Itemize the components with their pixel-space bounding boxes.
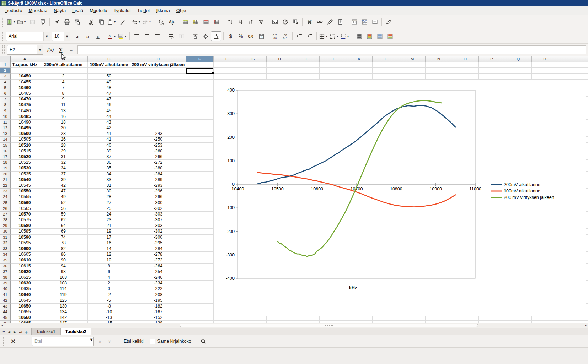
cell-B43[interactable]: 130 [39,304,88,309]
cell-A8[interactable]: 10475 [11,102,39,108]
cell-C25[interactable]: 27 [88,200,130,206]
email-document-button[interactable] [52,17,62,27]
cell-A19[interactable]: 10530 [11,165,39,171]
cell-D1[interactable]: 200 mV virityksen jälkeen [130,62,186,68]
cell-G3[interactable] [240,74,267,79]
cell-B39[interactable]: 108 [39,281,88,286]
text-box-button[interactable] [325,17,335,27]
cell-C11[interactable]: 43 [88,120,130,125]
cell-D28[interactable]: -307 [130,217,186,223]
cell-A42[interactable]: 10645 [11,298,39,304]
cell-D42[interactable]: -195 [130,298,186,304]
cell-A41[interactable]: 10640 [11,292,39,298]
cell-A18[interactable]: 10525 [11,160,39,165]
cell-A30[interactable]: 10585 [11,229,39,234]
cell-B21[interactable]: 39 [39,177,88,183]
cell-C30[interactable]: 19 [88,229,130,234]
find-previous-icon[interactable]: ∧ [96,339,103,344]
spelling-button[interactable]: Ab [166,17,176,27]
cell-B7[interactable]: 9 [39,97,88,102]
cell-B10[interactable]: 16 [39,114,88,120]
cell-A28[interactable]: 10575 [11,217,39,223]
cell-partial[interactable] [558,62,588,68]
insert-image-button[interactable] [270,17,280,27]
row-header-1[interactable]: 1 [0,62,11,68]
cell-E19[interactable] [186,165,214,171]
cell-B16[interactable]: 29 [39,148,88,154]
cell-C2[interactable] [88,68,130,74]
row-header-44[interactable]: 44 [0,309,11,315]
cell-D23[interactable]: -296 [130,189,186,194]
cell-A9[interactable]: 10480 [11,108,39,114]
row-header-12[interactable]: 12 [0,125,11,131]
next-sheet-icon[interactable]: ▶ [12,329,17,335]
cell-E3[interactable] [186,74,214,79]
cell-D30[interactable]: -302 [130,229,186,234]
cell-N2[interactable] [426,68,452,74]
cell-C33[interactable]: 14 [88,246,130,252]
cell-E24[interactable] [186,194,214,200]
menu-ohje[interactable]: Ohje [173,7,189,14]
delete-decimal-button[interactable]: .000↵ [280,32,290,41]
cell-R3[interactable] [532,74,558,79]
cell-E23[interactable] [186,189,214,194]
row-header-26[interactable]: 26 [0,206,11,212]
cell-B44[interactable]: 134 [39,309,88,315]
cell-B25[interactable]: 52 [39,200,88,206]
cell-E26[interactable] [186,206,214,212]
cell-E18[interactable] [186,160,214,165]
cell-E12[interactable] [186,125,214,131]
cell-C19[interactable]: 35 [88,165,130,171]
find-all-button[interactable]: Etsi kaikki [124,339,144,344]
cell-K1[interactable] [346,62,373,68]
chevron-down-icon[interactable]: ▾ [23,20,27,23]
cell-B30[interactable]: 69 [39,229,88,234]
merge-cells-button[interactable] [176,32,186,41]
align-top-button[interactable] [190,32,200,41]
row-header-29[interactable]: 29 [0,223,11,229]
cell-B22[interactable]: 42 [39,183,88,189]
menu-ikkuna[interactable]: Ikkuna [153,7,173,14]
cell-B8[interactable]: 11 [39,102,88,108]
sheet-tab-taulukko1[interactable]: Taulukko1 [31,328,60,335]
cell-A16[interactable]: 10515 [11,148,39,154]
row-header-28[interactable]: 28 [0,217,11,223]
cell-A15[interactable]: 10510 [11,143,39,148]
style-default-button[interactable] [354,32,364,41]
cell-F2[interactable] [214,68,240,74]
cell-B31[interactable]: 74 [39,235,88,240]
scrollbar-thumb[interactable] [180,324,478,327]
cell-D36[interactable]: -264 [130,264,186,269]
cell-D38[interactable]: -246 [130,275,186,281]
cell-A35[interactable]: 10610 [11,257,39,263]
row-header-36[interactable]: 36 [0,264,11,269]
row-header-7[interactable]: 7 [0,97,11,102]
cell-C44[interactable]: -10 [88,309,130,315]
first-sheet-icon[interactable]: ⏮ [1,329,6,335]
toolbar-grip[interactable] [2,32,5,41]
cell-A17[interactable]: 10520 [11,154,39,160]
cell-A2[interactable] [11,68,39,74]
row-header-13[interactable]: 13 [0,131,11,137]
column-header-J[interactable]: J [320,56,346,62]
cell-D17[interactable]: -266 [130,154,186,160]
cell-C37[interactable]: 6 [88,269,130,275]
cell-Q3[interactable] [505,74,532,79]
print-button[interactable] [62,17,72,27]
cell-B11[interactable]: 18 [39,120,88,125]
select-all-corner[interactable] [0,56,11,62]
cell-B35[interactable]: 90 [39,257,88,263]
cell-E34[interactable] [186,252,214,257]
cell-D7[interactable] [130,97,186,102]
horizontal-scrollbar[interactable]: ◂ ▸ [0,323,588,328]
cell-A33[interactable]: 10600 [11,246,39,252]
chevron-down-icon[interactable]: ▾ [325,35,328,38]
column-header-P[interactable]: P [479,56,505,62]
copy-button[interactable] [96,17,106,27]
cell-E17[interactable] [186,154,214,160]
row-header-19[interactable]: 19 [0,165,11,171]
cell-A44[interactable]: 10655 [11,309,39,315]
cell-J1[interactable] [320,62,346,68]
cell-D29[interactable]: -303 [130,223,186,229]
font-size-combo[interactable]: 10 ▼ [52,32,70,41]
